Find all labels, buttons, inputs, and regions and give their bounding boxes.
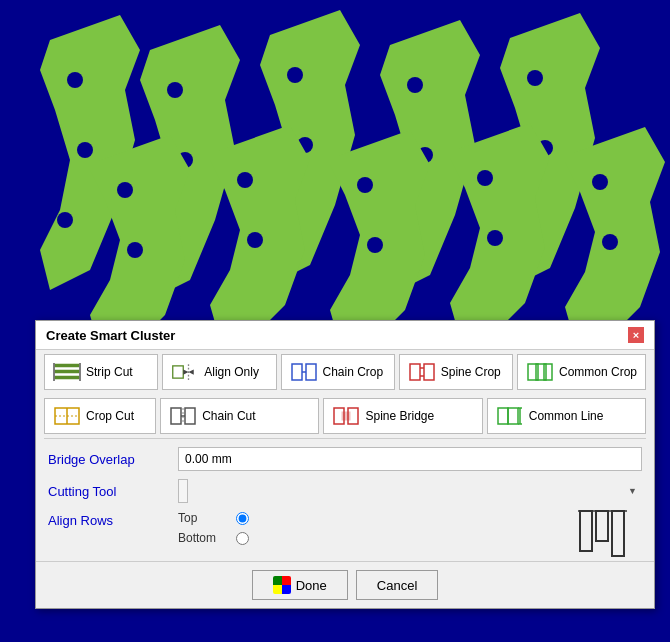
svg-rect-35 (55, 364, 79, 367)
svg-point-31 (487, 230, 503, 246)
svg-point-30 (477, 170, 493, 186)
common-crop-button[interactable]: Common Crop (517, 354, 646, 390)
svg-point-33 (592, 174, 608, 190)
svg-rect-37 (55, 376, 79, 379)
dialog-footer: Done Cancel (36, 561, 654, 608)
cancel-button[interactable]: Cancel (356, 570, 438, 600)
svg-point-21 (117, 182, 133, 198)
svg-point-28 (367, 237, 383, 253)
align-rows-label: Align Rows (48, 511, 178, 528)
svg-rect-57 (171, 408, 181, 424)
svg-rect-69 (580, 511, 592, 551)
svg-point-17 (527, 70, 543, 86)
tool-buttons-row2: Crop Cut Chain Cut (36, 394, 654, 438)
svg-rect-64 (498, 408, 508, 424)
align-radio-group: Top Bottom (178, 511, 249, 545)
align-only-label: Align Only (204, 365, 259, 379)
chain-crop-icon (290, 360, 318, 384)
spine-crop-icon (408, 360, 436, 384)
svg-point-24 (237, 172, 253, 188)
align-only-icon (171, 360, 199, 384)
dialog: Create Smart Cluster × Strip Cut (35, 320, 655, 609)
bridge-overlap-label: Bridge Overlap (48, 452, 178, 467)
chain-cut-label: Chain Cut (202, 409, 255, 423)
close-button[interactable]: × (628, 327, 644, 343)
svg-point-34 (602, 234, 618, 250)
cutting-tool-select[interactable] (178, 479, 188, 503)
cutting-tool-label: Cutting Tool (48, 484, 178, 499)
align-bottom-label: Bottom (178, 531, 228, 545)
svg-rect-58 (185, 408, 195, 424)
svg-marker-42 (184, 369, 189, 374)
svg-point-25 (247, 232, 263, 248)
align-top-radio[interactable] (236, 512, 249, 525)
svg-rect-48 (424, 364, 434, 380)
svg-point-22 (127, 242, 143, 258)
svg-rect-71 (612, 511, 624, 556)
strip-cut-label: Strip Cut (86, 365, 133, 379)
common-crop-icon (526, 360, 554, 384)
align-bottom-row: Bottom (178, 531, 249, 545)
svg-point-2 (77, 142, 93, 158)
align-bottom-radio[interactable] (236, 532, 249, 545)
svg-rect-70 (596, 511, 608, 541)
strip-cut-button[interactable]: Strip Cut (44, 354, 158, 390)
bridge-overlap-row: Bridge Overlap (48, 447, 642, 471)
align-top-label: Top (178, 511, 228, 525)
spine-bridge-icon (332, 404, 360, 428)
tool-buttons-row1: Strip Cut Align Only (36, 350, 654, 394)
bridge-overlap-input[interactable] (178, 447, 642, 471)
align-rows-section: Align Rows Top Bottom (48, 511, 642, 545)
cutting-tool-select-wrapper (178, 479, 642, 503)
svg-rect-44 (292, 364, 302, 380)
common-line-label: Common Line (529, 409, 604, 423)
align-preview (577, 506, 632, 561)
fields-area: Bridge Overlap Cutting Tool Align Rows T… (36, 439, 654, 561)
svg-point-1 (67, 72, 83, 88)
spine-crop-label: Spine Crop (441, 365, 501, 379)
common-crop-label: Common Crop (559, 365, 637, 379)
svg-rect-40 (173, 366, 184, 378)
cutting-tool-row: Cutting Tool (48, 479, 642, 503)
svg-rect-47 (410, 364, 420, 380)
chain-crop-label: Chain Crop (323, 365, 384, 379)
svg-rect-36 (55, 370, 79, 373)
done-label: Done (296, 578, 327, 593)
done-icon (273, 576, 291, 594)
crop-cut-label: Crop Cut (86, 409, 134, 423)
dialog-titlebar: Create Smart Cluster × (36, 321, 654, 350)
chain-cut-icon (169, 404, 197, 428)
svg-point-9 (287, 67, 303, 83)
svg-rect-53 (544, 364, 552, 380)
svg-rect-65 (508, 408, 518, 424)
svg-marker-26 (330, 130, 430, 320)
svg-rect-63 (342, 412, 350, 420)
strip-cut-icon (53, 360, 81, 384)
svg-marker-29 (450, 123, 550, 320)
chain-cut-button[interactable]: Chain Cut (160, 398, 319, 434)
spine-crop-button[interactable]: Spine Crop (399, 354, 513, 390)
svg-point-13 (407, 77, 423, 93)
spine-bridge-button[interactable]: Spine Bridge (323, 398, 482, 434)
svg-marker-43 (189, 369, 194, 374)
crop-cut-icon (53, 404, 81, 428)
svg-rect-45 (306, 364, 316, 380)
svg-marker-23 (210, 125, 310, 320)
common-line-button[interactable]: Common Line (487, 398, 646, 434)
chain-crop-button[interactable]: Chain Crop (281, 354, 395, 390)
svg-point-3 (57, 212, 73, 228)
done-button[interactable]: Done (252, 570, 348, 600)
crop-cut-button[interactable]: Crop Cut (44, 398, 156, 434)
common-line-icon (496, 404, 524, 428)
dialog-title: Create Smart Cluster (46, 328, 175, 343)
svg-point-27 (357, 177, 373, 193)
svg-point-5 (167, 82, 183, 98)
spine-bridge-label: Spine Bridge (365, 409, 434, 423)
align-only-button[interactable]: Align Only (162, 354, 276, 390)
canvas-area (0, 0, 670, 320)
svg-marker-32 (565, 127, 665, 320)
align-top-row: Top (178, 511, 249, 525)
